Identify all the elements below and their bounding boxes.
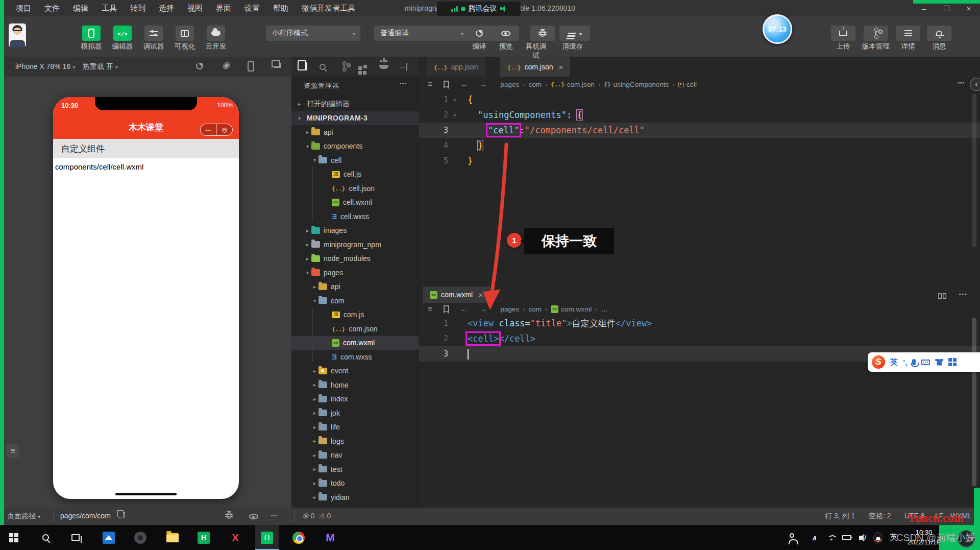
tree-item-MINIPROGRAM-3[interactable]: ▾MINIPROGRAM-3 [291, 111, 419, 126]
tree-item-event[interactable]: ▸event [291, 364, 419, 378]
tree-item-test[interactable]: ▸test [291, 462, 419, 476]
code-line-4[interactable]: 4} [419, 138, 980, 153]
collapse-sidebar-button[interactable] [406, 63, 407, 73]
record-button[interactable] [222, 61, 230, 69]
indentation[interactable]: 空格: 2 [869, 512, 891, 521]
breadcrumb-item-pages[interactable]: pages [500, 305, 519, 313]
avatar[interactable] [9, 23, 26, 47]
battery-tray-button[interactable] [839, 525, 854, 550]
tree-item-yidian[interactable]: ▸yidian [291, 490, 419, 505]
toolbar-button-云开发[interactable] [207, 26, 225, 41]
breadcrumb-item-com[interactable]: com [528, 305, 542, 313]
tree-item-com[interactable]: ▾com [291, 294, 419, 308]
tree-item-cell.js[interactable]: cell.js [291, 168, 419, 182]
toolbox-grid-icon[interactable] [948, 358, 952, 362]
forward-icon[interactable] [479, 305, 487, 313]
breadcrumb-item-pages[interactable]: pages [500, 81, 519, 88]
keyboard-icon[interactable] [921, 360, 930, 365]
tree-item-api[interactable]: ▸api [291, 125, 419, 139]
taskbar-app-h-button[interactable]: H [192, 525, 215, 550]
taskbar-start-button[interactable] [2, 525, 26, 550]
tree-item-cell.wxss[interactable]: cell.wxss [291, 209, 419, 224]
scrollbar[interactable] [972, 94, 976, 247]
forward-icon[interactable] [479, 80, 487, 88]
taskbar-photos-button[interactable] [97, 525, 120, 550]
action-button-清缓存[interactable] [559, 26, 590, 41]
taskbar-chrome-button[interactable] [287, 525, 310, 550]
extensions-activity-button[interactable] [358, 63, 362, 72]
tree-item-com.js[interactable]: com.js [291, 308, 419, 322]
taskbar-app-m-button[interactable]: M [318, 525, 342, 550]
page-path-selector[interactable]: 页面路径 [7, 512, 40, 521]
sogou-logo-icon[interactable]: S [872, 355, 885, 369]
breadcrumb-item-com[interactable]: com [528, 81, 542, 88]
skin-icon[interactable] [935, 359, 943, 366]
taskbar-search-button[interactable] [34, 525, 57, 550]
problems-indicator[interactable]: 0 0 [302, 512, 331, 520]
mic-icon[interactable] [912, 359, 916, 365]
mode-select[interactable]: 小程序模式 [266, 26, 360, 41]
taskbar-task-view-button[interactable] [64, 525, 87, 550]
tree-item-打开的编辑器[interactable]: ▸打开的编辑器 [291, 97, 419, 111]
tree-item-cell[interactable]: ▾cell [291, 153, 419, 168]
tree-item-com.wxss[interactable]: com.wxss [291, 350, 419, 364]
tree-item-index[interactable]: ▸index [291, 392, 419, 406]
toolbar-button-调试器[interactable] [144, 26, 163, 41]
breadcrumb-item-com.json[interactable]: com.json [551, 81, 595, 88]
split-editor-button[interactable] [938, 292, 942, 301]
people-tray-button[interactable] [783, 525, 800, 550]
tree-item-cell.wxml[interactable]: cell.wxml [291, 196, 419, 210]
tree-item-miniprogram_npm[interactable]: ▸miniprogram_npm [291, 237, 419, 252]
tree-item-life[interactable]: ▸life [291, 420, 419, 435]
code-line-5[interactable]: 5} [419, 153, 980, 169]
collapse-right-button[interactable]: ‹ [970, 78, 980, 91]
docker-activity-button[interactable] [379, 61, 388, 71]
tree-item-com.json[interactable]: com.json [291, 322, 419, 336]
tree-item-home[interactable]: ▸home [291, 378, 419, 392]
breadcrumb-item-cell[interactable]: cell [678, 81, 697, 88]
restart-button[interactable] [196, 62, 203, 71]
code-line-3[interactable]: 3"cell":"/components/cell/cell" [419, 123, 980, 138]
capsule-more-button[interactable]: ••• [201, 124, 217, 135]
bookmark-icon[interactable] [444, 305, 449, 313]
device-frame-button[interactable] [248, 61, 254, 73]
tab-com-wxml[interactable]: com.wxml [423, 286, 490, 303]
copy-path-button[interactable] [116, 512, 125, 520]
fold-icon[interactable]: ▾ [448, 112, 461, 118]
taskbar-app-x-button[interactable]: X [224, 525, 247, 550]
tree-item-components[interactable]: ▾components [291, 139, 419, 154]
tray-expand-button[interactable] [806, 525, 822, 550]
hot-reload-toggle[interactable]: 热重载 开 [83, 62, 118, 71]
explorer-activity-button[interactable] [298, 61, 307, 73]
toolbar-button-模拟器[interactable] [82, 26, 101, 41]
tree-item-logs[interactable]: ▸logs [291, 434, 419, 448]
detach-window-button[interactable] [272, 60, 281, 69]
code-line-2[interactable]: 2<cell></cell> [419, 331, 980, 346]
action-button-编译[interactable] [466, 26, 493, 41]
bookmark-icon[interactable] [444, 81, 449, 88]
page-path-value[interactable]: pages/com/com [60, 512, 111, 520]
close-icon[interactable] [478, 291, 483, 299]
network-tray-button[interactable] [824, 525, 839, 550]
tree-item-node_modules[interactable]: ▸node_modules [291, 252, 419, 266]
git-activity-button[interactable] [339, 63, 349, 72]
scrollbar[interactable] [972, 318, 976, 486]
search-activity-button[interactable] [320, 63, 326, 72]
breadcrumb-item-…[interactable]: … [601, 305, 608, 313]
outline-icon[interactable] [428, 305, 432, 313]
tree-item-images[interactable]: ▸images [291, 224, 419, 238]
tree-item-api[interactable]: ▸api [291, 280, 419, 294]
ime-punct-toggle[interactable]: ’, [903, 358, 907, 367]
tree-item-jok[interactable]: ▸jok [291, 406, 419, 420]
editor-more-button[interactable] [958, 80, 965, 87]
tree-item-nav[interactable]: ▸nav [291, 448, 419, 463]
close-icon[interactable] [559, 63, 564, 71]
fold-icon[interactable]: ▾ [448, 97, 461, 103]
status-more-button[interactable] [271, 512, 278, 519]
qq-tray-button[interactable] [870, 525, 886, 550]
back-icon[interactable] [460, 305, 468, 313]
tencent-meeting-overlay[interactable]: 腾讯会议 [437, 2, 521, 16]
cursor-position[interactable]: 行 3, 列 1 [825, 512, 855, 521]
toolbar-button-编辑器[interactable] [113, 26, 132, 41]
tree-item-com.wxml[interactable]: com.wxml [291, 336, 419, 350]
